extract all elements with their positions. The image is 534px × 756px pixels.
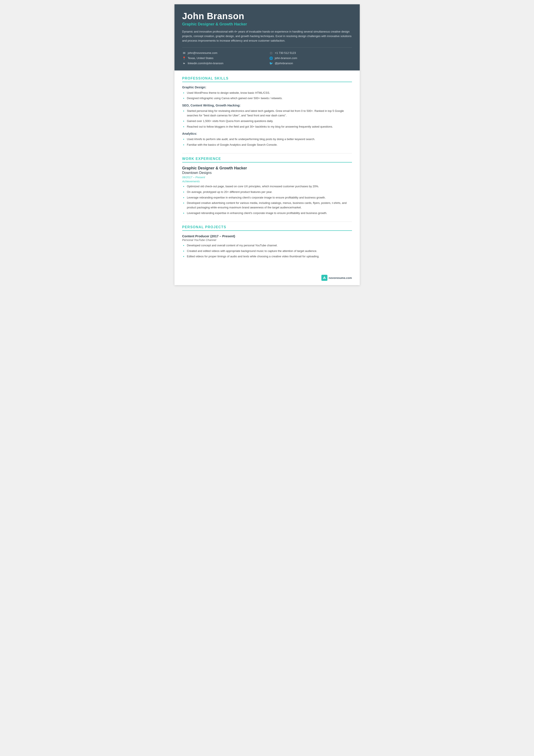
bullet-item: Created and edited videos with appropria… <box>183 249 352 254</box>
work-experience-section: WORK EXPERIENCE Graphic Designer & Growt… <box>182 157 352 216</box>
work-experience-title: WORK EXPERIENCE <box>182 157 352 162</box>
resume-document: John Branson Graphic Designer & Growth H… <box>174 4 360 285</box>
contact-twitter: 🐦 @johnbranson <box>269 62 352 65</box>
candidate-title: Graphic Designer & Growth Hacker <box>182 22 352 27</box>
bullet-item: Leverage rebranding expertise in enhanci… <box>183 196 352 200</box>
personal-projects-title: PERSONAL PROJECTS <box>182 225 352 231</box>
email-icon: ✉ <box>182 51 186 55</box>
company-name: Downtown Designs <box>182 171 352 175</box>
contact-grid: ✉ john@novoresume.com □ +1 730 512 5123 … <box>182 47 352 65</box>
bullet-item: Used WordPress theme to design website, … <box>183 91 352 95</box>
work-bullets: Optimized old check-out page, based on c… <box>183 184 352 216</box>
bullet-item: Designed infographic using Canva which g… <box>183 96 352 101</box>
novoresume-logo: novoresume.com <box>321 275 352 281</box>
bullet-item: On average, prototyped up to 20+ differe… <box>183 190 352 194</box>
professional-skills-section: PROFESSIONAL SKILLS Graphic Design: Used… <box>182 76 352 147</box>
bullet-item: Developed creative advertising content f… <box>183 201 352 210</box>
bullet-item: Optimized old check-out page, based on c… <box>183 184 352 189</box>
bullet-item: Developed concept and overall content of… <box>183 243 352 248</box>
professional-skills-title: PROFESSIONAL SKILLS <box>182 76 352 82</box>
achievements-label: Achievements <box>182 180 352 183</box>
analytics-bullets: Used Ahrefs to perform site audit, and f… <box>183 137 352 147</box>
linkedin-icon: in <box>182 62 186 65</box>
website-value: john-branson.com <box>275 56 297 60</box>
linkedin-value: linkedin.com/in/john-branson <box>188 62 223 65</box>
bullet-item: Gained over 1,500+ visits from Quora fro… <box>183 119 352 123</box>
seo-bullets: Started personal blog for reviewing elec… <box>183 109 352 129</box>
bullet-item: Used Ahrefs to perform site audit, and f… <box>183 137 352 142</box>
bullet-item: Reached out to fellow bloggers in the fi… <box>183 124 352 129</box>
twitter-value: @johnbranson <box>275 62 293 65</box>
project-subtitle: Personal YouTube Channel <box>182 238 352 242</box>
contact-location: 📍 Texas, United States <box>182 56 265 60</box>
contact-email: ✉ john@novoresume.com <box>182 51 265 55</box>
section-divider <box>182 153 352 153</box>
logo-text: novoresume.com <box>329 276 352 280</box>
email-value: john@novoresume.com <box>188 51 217 55</box>
job-date: 08/2017 – Present <box>182 176 352 179</box>
logo-icon <box>321 275 327 281</box>
contact-phone: □ +1 730 512 5123 <box>269 51 352 55</box>
web-icon: 🌐 <box>269 56 273 60</box>
bullet-item: Familiar with the basics of Google Analy… <box>183 143 352 147</box>
resume-footer: novoresume.com <box>174 273 360 285</box>
candidate-summary: Dynamic and innovative professional with… <box>182 30 352 43</box>
graphic-design-bullets: Used WordPress theme to design website, … <box>183 91 352 101</box>
contact-linkedin: in linkedin.com/in/john-branson <box>182 62 265 65</box>
analytics-subtitle: Analytics: <box>182 132 352 135</box>
phone-icon: □ <box>269 51 273 55</box>
resume-header: John Branson Graphic Designer & Growth H… <box>174 4 360 70</box>
bullet-item: Started personal blog for reviewing elec… <box>183 109 352 118</box>
personal-projects-section: PERSONAL PROJECTS Content Producer (2017… <box>182 225 352 259</box>
location-value: Texas, United States <box>188 56 214 60</box>
project-title: Content Producer (2017 – Present) <box>182 234 352 238</box>
location-icon: 📍 <box>182 56 186 60</box>
resume-main: PROFESSIONAL SKILLS Graphic Design: Used… <box>174 70 360 273</box>
candidate-name: John Branson <box>182 11 352 21</box>
graphic-design-subtitle: Graphic Design: <box>182 86 352 89</box>
phone-value: +1 730 512 5123 <box>275 51 296 55</box>
project-bullets: Developed concept and overall content of… <box>183 243 352 259</box>
job-title: Graphic Designer & Growth Hacker <box>182 166 352 171</box>
seo-subtitle: SEO, Content Writing, Growth Hacking: <box>182 104 352 107</box>
twitter-icon: 🐦 <box>269 62 273 65</box>
bullet-item: Leveraged rebranding expertise in enhanc… <box>183 211 352 216</box>
contact-website: 🌐 john-branson.com <box>269 56 352 60</box>
bullet-item: Edited videos for proper timings of audi… <box>183 254 352 259</box>
